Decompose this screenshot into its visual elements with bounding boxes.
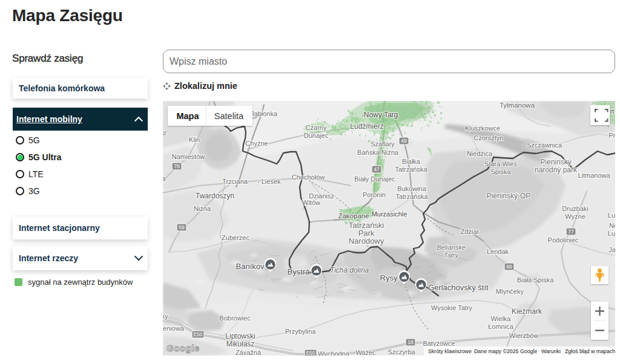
svg-text:Mapa: Mapa [176,111,199,121]
svg-text:Liptowski: Liptowski [225,332,255,340]
svg-text:Przybylina: Przybylina [285,328,317,335]
svg-text:Zgłoś błąd w mapach: Zgłoś błąd w mapach [565,348,615,354]
svg-text:Tylmanowa: Tylmanowa [500,102,535,109]
svg-text:Spiska: Spiska [490,168,511,175]
svg-text:Klin: Klin [189,136,200,143]
svg-text:Narodowy: Narodowy [349,236,384,245]
svg-text:Wychodna: Wychodna [318,350,350,356]
svg-text:Bukowina: Bukowina [397,185,427,192]
svg-text:Bobrowiec: Bobrowiec [219,314,251,322]
svg-text:rt: rt [610,108,615,115]
svg-text:Trzciana: Trzciana [222,178,248,185]
svg-text:Wielka: Wielka [490,315,511,322]
svg-text:- Liesek: - Liesek [257,178,281,185]
svg-text:Wierzbów: Wierzbów [509,332,538,339]
svg-text:Mlynčeky: Mlynčeky [496,288,524,295]
svg-text:stʼ: stʼ [163,129,168,137]
svg-text:ky: ky [163,313,168,320]
svg-text:Namiestów: Namiestów [172,153,205,160]
svg-text:Wysokie Tatry: Wysokie Tatry [431,304,473,311]
svg-text:Murzasichle: Murzasichle [372,210,407,218]
svg-text:Białka: Białka [402,158,421,165]
svg-text:Batyżowce: Batyżowce [423,340,455,347]
svg-text:Warunki: Warunki [541,348,561,354]
svg-text:Tichá dolina: Tichá dolina [330,266,369,275]
svg-text:Niżna: Niżna [194,205,211,212]
svg-text:národný park: národný park [535,166,578,174]
svg-text:Jabłonka: Jabłonka [251,110,278,117]
svg-text:Pieninský: Pieninský [540,158,571,166]
svg-text:Bańska Niżna: Bańska Niżna [357,149,399,156]
svg-text:Ja: Ja [608,246,615,253]
svg-text:Závažná: Závažná [236,349,262,356]
svg-text:Satelita: Satelita [214,111,244,121]
svg-text:Baníkov: Baníkov [236,262,265,271]
svg-text:Gerlachovský štít: Gerlachovský štít [428,283,489,292]
svg-text:78: 78 [174,163,180,169]
svg-text:49: 49 [401,138,407,144]
svg-text:E50: E50 [193,331,202,337]
svg-text:No: No [609,222,615,229]
svg-text:66: 66 [506,264,512,270]
svg-text:Szaflary: Szaflary [371,140,395,148]
svg-text:Pieninský-OP: Pieninský-OP [487,192,531,200]
svg-text:Chyżne: Chyżne [245,140,268,147]
svg-text:47: 47 [374,166,380,172]
svg-text:77: 77 [568,229,574,235]
svg-text:Tatrzańska: Tatrzańska [395,193,428,200]
svg-text:Mikułasz: Mikułasz [226,340,255,348]
svg-text:Ludźmierz: Ludźmierz [350,122,383,131]
svg-text:szeniowa: szeniowa [163,325,185,332]
svg-text:Dunajec: Dunajec [304,132,329,139]
svg-text:Zdziar: Zdziar [461,228,480,235]
svg-text:Lendak: Lendak [487,248,509,255]
svg-text:Witów: Witów [302,199,320,206]
svg-text:Niedzica: Niedzica [467,150,493,157]
svg-text:Szczyrba: Szczyrba [388,348,415,356]
svg-text:Twardoszyn: Twardoszyn [196,192,234,200]
svg-text:Dane mapy ©2025 Google: Dane mapy ©2025 Google [474,348,537,354]
svg-text:Lub: Lub [608,212,615,219]
svg-text:Chochołów: Chochołów [292,174,325,181]
svg-text:Zuberzec: Zuberzec [222,234,249,241]
svg-text:59: 59 [179,224,185,230]
svg-text:Łomnica: Łomnica [488,323,513,330]
svg-text:Lub: Lub [608,230,615,237]
svg-text:Drużbaki: Drużbaki [562,205,588,212]
svg-text:Zakopane: Zakopane [338,212,369,219]
svg-text:Bystrá: Bystrá [288,267,311,276]
svg-text:Google: Google [167,343,200,353]
svg-text:Poronin: Poronin [363,191,386,198]
svg-text:Podoliniec: Podoliniec [548,236,579,244]
svg-text:Szczawnica: Szczawnica [527,141,562,149]
svg-text:Litmanowa: Litmanowa [578,172,610,179]
svg-text:Czarny: Czarny [306,124,327,131]
svg-text:Tatry: Tatry [444,252,460,259]
svg-text:Ważec: Ważec [355,349,376,356]
svg-text:Biała Spiska: Biała Spiska [517,276,554,284]
svg-text:Czorsztyn: Czorsztyn [474,134,504,141]
svg-text:Piw: Piw [608,132,615,139]
svg-text:E50: E50 [306,350,315,356]
svg-text:Kieżmark: Kieżmark [512,307,542,316]
svg-text:Wyżne: Wyżne [565,213,585,220]
svg-text:Rysy: Rysy [380,273,398,282]
svg-text:Kluszkowce: Kluszkowce [465,125,500,132]
svg-text:Tatrzańska: Tatrzańska [395,166,427,173]
svg-text:Belianske: Belianske [437,244,466,251]
svg-text:18: 18 [407,339,414,345]
svg-text:Biały Dunajec: Biały Dunajec [354,175,395,183]
svg-text:Nowy Targ: Nowy Targ [364,111,398,119]
svg-text:Stara Wieś: Stara Wieś [484,160,517,167]
svg-text:Skróty klawiszowe: Skróty klawiszowe [428,348,472,354]
